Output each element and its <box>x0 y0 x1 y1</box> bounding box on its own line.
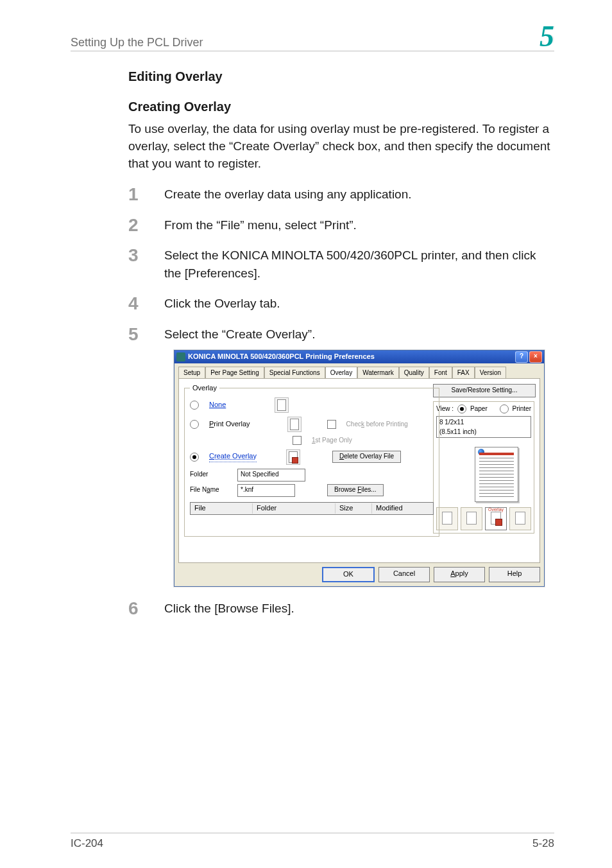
step-item: From the “File” menu, select “Print”. <box>128 216 554 234</box>
col-file[interactable]: File <box>191 503 253 514</box>
paper-size-line2: (8.5x11 inch) <box>439 428 528 437</box>
heading-creating-overlay: Creating Overlay <box>128 100 554 114</box>
tab-watermark[interactable]: Watermark <box>357 367 399 379</box>
running-head-title: Setting Up the PCL Driver <box>71 36 203 49</box>
view-paper-label: Paper <box>470 404 488 414</box>
step-text: Select the “Create Overlay”. <box>164 327 315 341</box>
col-size[interactable]: Size <box>336 503 372 514</box>
tab-fax[interactable]: FAX <box>452 367 475 379</box>
dialog-button-bar: OK Cancel Apply Help <box>178 567 540 582</box>
overlay-page-icon <box>286 449 300 465</box>
view-printer-label: Printer <box>513 404 531 414</box>
step-item: Select the “Create Overlay”. KONICA MINO… <box>128 326 554 587</box>
page-icon <box>275 397 289 413</box>
tab-font[interactable]: Font <box>429 367 452 379</box>
tab-version[interactable]: Version <box>475 367 506 379</box>
preview-option-1[interactable] <box>436 507 458 530</box>
overlay-file-list-header: File Folder Size Modified <box>190 502 434 515</box>
filename-label: File Name <box>190 485 230 495</box>
window-close-button[interactable]: × <box>529 351 542 363</box>
first-page-only-checkbox <box>293 436 302 445</box>
preview-option-4[interactable] <box>509 507 531 530</box>
view-groupbox: View : Paper Printer 8 1/2x11 (8.5x11 <box>433 401 534 534</box>
page-preview <box>436 444 531 503</box>
footer-left: IC-204 <box>71 837 103 850</box>
tab-special-functions[interactable]: Special Functions <box>264 367 325 379</box>
page-footer: IC-204 5-28 <box>71 833 554 850</box>
intro-paragraph: To use overlay, the data for using overl… <box>128 121 554 173</box>
cancel-button[interactable]: Cancel <box>378 567 430 582</box>
preview-option-2[interactable] <box>461 507 482 530</box>
page-stack-icon <box>287 417 302 432</box>
radio-none[interactable] <box>190 401 199 410</box>
view-paper-radio[interactable] <box>457 404 466 413</box>
paper-size-line1: 8 1/2x11 <box>439 418 528 428</box>
view-printer-radio[interactable] <box>500 404 509 413</box>
overlay-groupbox: Overlay None Print Overlay <box>184 388 439 537</box>
preview-mode-row: Overlay <box>436 507 531 530</box>
paper-size-display: 8 1/2x11 (8.5x11 inch) <box>436 416 531 438</box>
chapter-number: 5 <box>540 23 554 49</box>
check-before-printing-label: Check before Printing <box>346 420 408 430</box>
step-item: Create the overlay data using any applic… <box>128 186 554 204</box>
apply-button[interactable]: Apply <box>434 567 485 582</box>
heading-editing-overlay: Editing Overlay <box>128 69 554 84</box>
col-modified[interactable]: Modified <box>372 503 433 514</box>
help-button[interactable]: Help <box>489 567 540 582</box>
step-item: Click the [Browse Files]. <box>128 600 554 618</box>
app-icon <box>176 352 185 361</box>
dialog-client-area: Save/Restore Setting... View : Paper Pri… <box>178 378 540 563</box>
tab-overlay[interactable]: Overlay <box>325 367 357 379</box>
tab-strip: Setup Per Page Setting Special Functions… <box>178 366 540 379</box>
tab-quality[interactable]: Quality <box>399 367 429 379</box>
titlebar[interactable]: KONICA MINOLTA 500/420/360PCL Printing P… <box>174 351 544 363</box>
printing-preferences-dialog: KONICA MINOLTA 500/420/360PCL Printing P… <box>174 350 545 587</box>
browse-files-button[interactable]: Browse Files... <box>327 484 384 496</box>
folder-value: Not Specified <box>237 469 305 482</box>
ok-button[interactable]: OK <box>322 567 375 582</box>
save-restore-setting-button[interactable]: Save/Restore Setting... <box>433 384 536 397</box>
radio-print-overlay[interactable] <box>190 420 199 429</box>
preview-option-overlay[interactable]: Overlay <box>485 507 507 530</box>
page-preview-sheet <box>475 447 518 502</box>
radio-none-label: None <box>209 400 226 410</box>
running-head: Setting Up the PCL Driver 5 <box>71 23 554 51</box>
first-page-only-label: 1st Page Only <box>312 436 352 446</box>
footer-right: 5-28 <box>532 837 554 850</box>
radio-print-overlay-label: Print Overlay <box>209 419 250 430</box>
step-item: Select the KONICA MINOLTA 500/420/360PCL… <box>128 247 554 282</box>
window-title: KONICA MINOLTA 500/420/360PCL Printing P… <box>188 352 375 362</box>
delete-overlay-file-button[interactable]: Delete Overlay File <box>332 451 401 463</box>
filename-input[interactable]: *.knf <box>237 484 295 497</box>
folder-label: Folder <box>190 470 230 480</box>
step-item: Click the Overlay tab. <box>128 295 554 313</box>
check-before-printing-checkbox <box>327 420 336 429</box>
radio-create-overlay-label: Create Overlay <box>209 451 257 462</box>
window-help-button[interactable]: ? <box>515 351 528 363</box>
tab-setup[interactable]: Setup <box>178 367 205 379</box>
tab-per-page-setting[interactable]: Per Page Setting <box>205 367 264 379</box>
radio-create-overlay[interactable] <box>190 453 199 462</box>
col-folder[interactable]: Folder <box>253 503 336 514</box>
overlay-group-label: Overlay <box>190 383 219 394</box>
